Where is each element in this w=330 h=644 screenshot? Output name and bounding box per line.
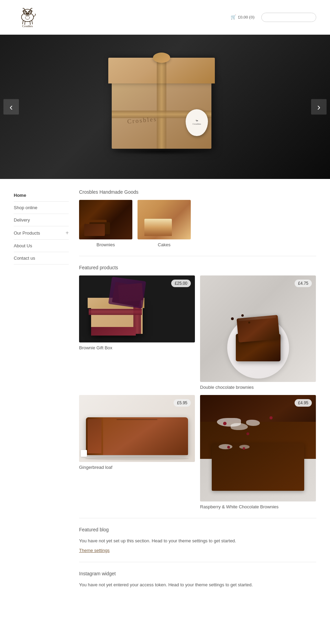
price-badge-raspberry: £4.95 (295, 399, 312, 407)
raspberry-thumb-container: £4.95 (200, 395, 316, 501)
cart-link[interactable]: 🛒 £0.00 (0) (231, 14, 254, 20)
svg-line-9 (23, 21, 23, 24)
product-name-gingerbread: Gingerbread loaf (79, 465, 195, 470)
svg-point-2 (23, 10, 26, 12)
svg-point-3 (29, 10, 32, 12)
cakes-thumb (138, 200, 191, 239)
categories-section: Crosbles Handmade Goods Brownies Cakes (79, 189, 316, 247)
theme-settings-link[interactable]: Theme settings (79, 548, 110, 553)
header-right: 🛒 £0.00 (0) (231, 13, 316, 22)
sidebar-nav: Home Shop online Delivery Our Products +… (14, 189, 69, 591)
site-header: Crosbles 🛒 £0.00 (0) (0, 0, 330, 35)
brownies-thumb (79, 200, 132, 239)
divider-3 (79, 562, 316, 562)
svg-point-4 (26, 11, 26, 12)
search-input[interactable] (261, 13, 316, 22)
logo[interactable]: Crosbles (14, 5, 41, 29)
product-card-gingerbread[interactable]: £5.95 Gingerbread loaf (79, 395, 195, 509)
sidebar-item-contact-us[interactable]: Contact us (14, 252, 69, 264)
product-grid: £25.00 Brownie Gift Box (79, 275, 316, 509)
cakes-label: Cakes (158, 242, 170, 247)
blog-body: You have not yet set up this section. He… (79, 538, 316, 544)
divider-2 (79, 518, 316, 518)
sidebar-item-delivery[interactable]: Delivery (14, 214, 69, 226)
svg-point-7 (27, 13, 28, 14)
blog-section: Featured blog You have not yet set up th… (79, 527, 316, 553)
product-name-raspberry: Raspberry & White Chocolate Brownies (200, 504, 316, 509)
price-badge-gingerbread: £5.95 (174, 399, 191, 407)
brownies-label: Brownies (97, 242, 115, 247)
svg-text:Crosbles: Crosbles (22, 24, 33, 28)
svg-point-0 (21, 13, 33, 22)
divider-1 (79, 256, 316, 256)
svg-point-13 (25, 16, 30, 20)
product-name-dbl-choc: Double chocolate brownies (200, 385, 316, 390)
svg-line-12 (32, 21, 33, 24)
main-content: Home Shop online Delivery Our Products +… (0, 179, 330, 601)
price-badge-gift-box: £25.00 (171, 280, 191, 287)
dbl-choc-thumb-container: £4.75 (200, 275, 316, 382)
hero-prev-button[interactable]: ‹ (3, 99, 19, 115)
product-card-gift-box[interactable]: £25.00 Brownie Gift Box (79, 275, 195, 390)
hero-box-art: Crosbles 🐄Crosbles (100, 52, 230, 162)
hero-next-button[interactable]: › (311, 99, 327, 115)
product-card-raspberry[interactable]: £4.95 Raspberry & White Chocolate Browni… (200, 395, 316, 509)
price-badge-dbl-choc: £4.75 (295, 280, 312, 287)
sidebar-item-shop-online[interactable]: Shop online (14, 202, 69, 214)
sidebar-item-our-products[interactable]: Our Products + (14, 226, 69, 240)
svg-point-8 (28, 13, 29, 14)
logo-icon: Crosbles (14, 5, 41, 29)
gift-box-thumb: £25.00 (79, 275, 195, 342)
product-card-dbl-choc[interactable]: £4.75 Double chocolate brownies (200, 275, 316, 390)
hero-slider: Crosbles 🐄Crosbles ‹ › (0, 35, 330, 179)
product-name-gift-box: Brownie Gift Box (79, 345, 195, 350)
featured-title: Featured products (79, 265, 316, 270)
featured-products-section: Featured products (79, 265, 316, 509)
category-brownies[interactable]: Brownies (79, 200, 132, 247)
category-cakes[interactable]: Cakes (138, 200, 191, 247)
sidebar-item-about-us[interactable]: About Us (14, 240, 69, 252)
cart-amount: £0.00 (0) (238, 14, 254, 20)
instagram-body: You have not yet entered your access tok… (79, 581, 316, 588)
categories-title: Crosbles Handmade Goods (79, 189, 316, 195)
sidebar-item-home[interactable]: Home (14, 189, 69, 202)
category-grid: Brownies Cakes (79, 200, 316, 247)
instagram-title: Instagram widget (79, 571, 316, 576)
hero-image: Crosbles 🐄Crosbles (0, 35, 330, 179)
expand-icon: + (66, 230, 69, 236)
instagram-section: Instagram widget You have not yet entere… (79, 571, 316, 588)
blog-title: Featured blog (79, 527, 316, 532)
main-area: Crosbles Handmade Goods Brownies Cakes (79, 189, 316, 591)
cart-icon: 🛒 (231, 14, 236, 20)
gingerbread-thumb-container: £5.95 (79, 395, 195, 462)
svg-point-5 (29, 11, 29, 12)
